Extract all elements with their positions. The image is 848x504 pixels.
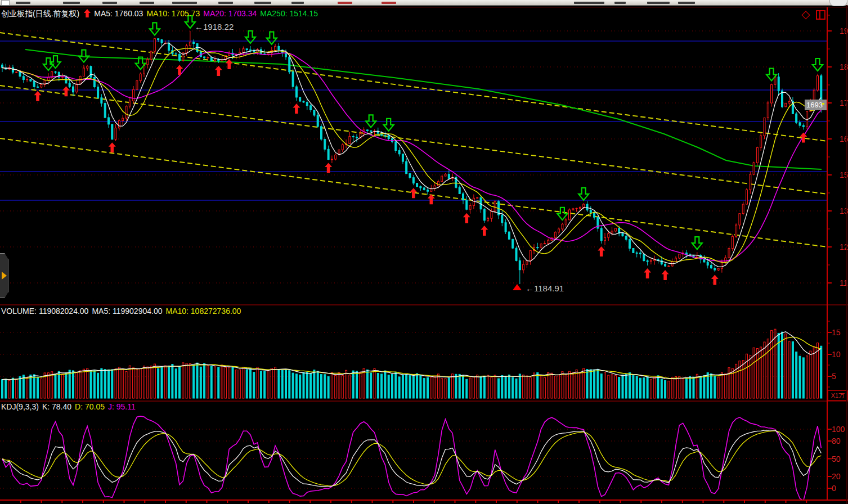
sell-signal-arrow (267, 32, 277, 44)
kdj-axis: 1008050200 (827, 425, 845, 493)
buy-signal-arrow (293, 104, 300, 114)
kdj-k-value: K: 78.40 (42, 402, 71, 411)
kdj-axis-label: 80 (832, 436, 841, 446)
kdj-label: KDJ(9,3,3) (1, 402, 39, 411)
volume-ma10-value: MA10: 108272736.00 (165, 307, 241, 316)
chart-canvas[interactable]: 1918181417091605150113961292118815105100… (0, 0, 848, 504)
buy-signal-arrow (662, 270, 669, 280)
instrument-title: 创业板指(日线.前复权) (1, 9, 79, 18)
kdj-axis-label: 100 (832, 425, 845, 434)
volume-ma5-value: MA5: 119902904.00 (92, 307, 162, 316)
volume-axis-label: 5 (832, 372, 836, 381)
ma20-value: MA20: 1703.34 (203, 9, 257, 18)
kdj-grid (0, 429, 827, 488)
yellow-trend-channel (0, 33, 827, 247)
sell-signal-arrow (366, 115, 376, 127)
buy-signal-arrow (34, 91, 42, 101)
ma250-value: MA250: 1514.15 (260, 9, 318, 18)
ma5-value: MA5: 1760.03 (94, 9, 143, 18)
buy-signal-arrow (176, 65, 183, 75)
buy-signal-arrow (463, 213, 470, 223)
buy-signal-arrow (215, 66, 222, 76)
ma10-value: MA10: 1705.73 (146, 9, 200, 18)
buy-signal-arrow (226, 59, 233, 69)
kdj-axis-label: 0 (832, 484, 836, 493)
main-axis: 19181814170916051501139612921188 (827, 15, 848, 287)
volume-ma-lines (2, 332, 821, 380)
sell-signal-arrow (79, 50, 89, 62)
main-chart-header: 创业板指(日线.前复权)MA5: 1760.03MA10: 1705.73MA2… (1, 8, 321, 19)
sell-signal-arrow (578, 188, 589, 200)
volume-axis-label: 10 (832, 350, 841, 359)
low-marker-triangle (513, 284, 522, 290)
kdj-axis-label: 50 (832, 454, 841, 464)
main-grid (0, 31, 827, 283)
buy-signal-arrow (711, 275, 719, 285)
kdj-j-value: J: 95.11 (108, 402, 136, 411)
kdj-d-value: D: 70.05 (75, 402, 105, 411)
split-pane-icon[interactable] (816, 10, 825, 20)
expand-arrow-icon (2, 272, 7, 280)
sell-signal-arrow (813, 58, 823, 71)
buy-signal-arrow (598, 246, 605, 256)
kdj-lines (2, 416, 821, 501)
sell-signal-arrow (557, 208, 567, 220)
volume-unit-label: X1万 (828, 390, 848, 400)
volume-axis-label: 15 (832, 328, 841, 337)
buy-signal-arrow (109, 142, 116, 152)
high-price-annotation: ←1918.22 (195, 22, 234, 32)
sell-signal-arrow (384, 119, 394, 131)
kdj-header: KDJ(9,3,3)K: 78.40D: 70.05J: 95.11 (1, 402, 139, 411)
up-arrow-icon (84, 9, 91, 17)
volume-header: VOLUME: 119082024.00MA5: 119902904.00MA1… (1, 307, 244, 316)
volume-bars (2, 329, 822, 398)
sell-signal-arrow (692, 237, 702, 249)
sidebar-toggle-handle[interactable] (0, 253, 8, 298)
buy-signal-arrow (481, 226, 488, 236)
kdj-axis-label: 20 (832, 472, 841, 481)
volume-axis: 15105 (827, 321, 841, 387)
diamond-tool-icon[interactable]: ◇ (801, 7, 810, 21)
buy-signal-arrow (62, 86, 70, 96)
app-window: 1918181417091605150113961292118815105100… (0, 0, 848, 504)
sell-signal-arrow (150, 22, 160, 35)
window-right-border (846, 5, 847, 504)
ma10-endpoint-dot (822, 103, 824, 105)
low-price-annotation: ←1184.91 (526, 284, 564, 293)
last-price-tag: 1693 (805, 100, 827, 110)
sell-signal-arrow (245, 31, 255, 43)
buy-signal-arrow (644, 268, 651, 278)
volume-value: VOLUME: 119082024.00 (1, 307, 88, 316)
